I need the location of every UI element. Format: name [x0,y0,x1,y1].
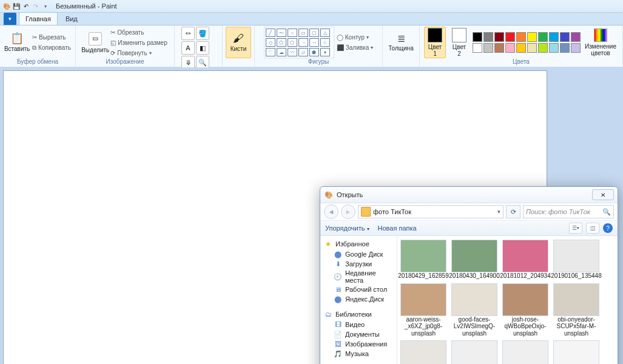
palette-color[interactable] [571,43,581,53]
ribbon: 📋 Вставить ✂Вырезать ⧉Копировать Буфер о… [0,25,623,67]
file-item[interactable]: Screenshot_20210 [553,340,600,364]
file-item[interactable]: josh-rose-qWBoBpeOxjo-unsplash [502,283,549,337]
chevron-down-icon[interactable]: ▾ [497,209,500,215]
rotate-button[interactable]: ⟳Повернуть ▾ [110,48,167,58]
breadcrumb: фото ТикТок [373,208,495,215]
nav-favorite-item[interactable]: 🖥Рабочий стол [320,285,397,294]
palette-color[interactable] [473,32,482,42]
palette-color[interactable] [560,32,570,42]
palette-color[interactable] [505,32,515,42]
address-bar[interactable]: фото ТикТок ▾ [358,205,503,218]
nav-library-item[interactable]: 🎵Музыка [320,349,397,359]
crop-icon: ✂ [110,29,115,36]
palette-color[interactable] [505,43,515,53]
palette-color[interactable] [516,43,526,53]
color2-button[interactable]: Цвет 2 [448,27,470,58]
palette-color[interactable] [483,32,493,42]
palette-color[interactable] [494,43,504,53]
file-item[interactable]: aaron-weiss-_x6XZ_jp0g8-unsplash [400,283,447,337]
file-menu[interactable]: ▾ [4,13,16,25]
color1-swatch [428,28,442,42]
shape-outline[interactable]: ◯Контур ▾ [337,33,374,42]
file-item[interactable]: obi-onyeador-SCUPx5far-M-unsplash [553,283,600,337]
nav-library-item[interactable]: 📄Документы [320,329,397,339]
palette-color[interactable] [527,32,537,42]
nav-favorite-item[interactable]: ⬤Google Диск [320,249,397,259]
palette-color[interactable] [549,43,559,53]
libraries-header[interactable]: 🗂Библиотеки [320,309,397,320]
file-item[interactable]: Screenshot_20210 [451,340,498,364]
select-button[interactable]: ▭ Выделить [83,27,108,58]
file-name: 20180430_164900 [449,272,499,280]
palette-color[interactable] [483,43,493,53]
palette-color[interactable] [538,43,548,53]
view-options-button[interactable]: ☰ ▾ [569,223,582,234]
palette-color[interactable] [549,32,559,42]
refresh-button[interactable]: ⟳ [506,205,520,218]
dialog-navbar: ◄ ► фото ТикТок ▾ ⟳ Поиск: фото ТикТок 🔍 [320,203,618,221]
files-pane[interactable]: 20180429_16285920180430_16490020181012_2… [397,236,618,364]
crop-button[interactable]: ✂Обрезать [110,27,167,37]
tab-home[interactable]: Главная [19,12,58,25]
file-item[interactable]: 20180429_162859 [400,240,447,280]
nav-library-item[interactable]: 🖼Изображения [320,339,397,349]
nav-favorite-item[interactable]: ⬇Загрузки [320,259,397,269]
group-shapes: ╱〜○▭▢△ ◇⬠⬡→↔☆ ♡☁〰▱⬟▾ ◯Контур ▾ ⬛Заливка … [255,25,383,67]
fill-tool[interactable]: 🪣 [196,27,209,40]
organize-menu[interactable]: Упорядочить ▾ [325,224,369,232]
new-folder-button[interactable]: Новая папка [378,224,417,232]
file-item[interactable]: 20181012_204934 [502,240,549,280]
file-item[interactable]: Screenshot_20210 [502,340,549,364]
brushes-button[interactable]: 🖌 Кисти [226,27,251,58]
nav-item-icon: 🖼 [334,340,342,348]
file-item[interactable]: 20190106_135448 [553,240,600,280]
tab-view[interactable]: Вид [59,12,84,25]
preview-pane-button[interactable]: ◫ [586,223,599,234]
palette-color[interactable] [473,43,482,53]
eraser-tool[interactable]: ◧ [196,41,209,55]
group-tools: ✏ 🪣 A ◧ ⤋ 🔍 Инструменты [175,25,223,67]
paste-button[interactable]: 📋 Вставить [4,27,30,58]
pencil-tool[interactable]: ✏ [181,27,195,40]
palette-color[interactable] [516,32,526,42]
file-thumbnail [451,283,497,316]
palette-color[interactable] [527,43,537,53]
dialog-close-button[interactable]: ✕ [592,189,614,200]
help-icon[interactable]: ? [603,223,613,233]
save-icon[interactable]: 💾 [12,2,21,10]
size-button[interactable]: ≣ Толщина [388,27,414,58]
qat-dropdown-icon[interactable]: ▾ [41,2,50,10]
favorites-header[interactable]: ★Избранное [320,238,397,249]
back-button[interactable]: ◄ [324,204,338,219]
file-item[interactable]: good-faces-Lv2IWSImegQ-unsplash [451,283,498,337]
shapes-gallery[interactable]: ╱〜○▭▢△ ◇⬠⬡→↔☆ ♡☁〰▱⬟▾ [264,27,334,58]
palette-color[interactable] [494,32,504,42]
undo-icon[interactable]: ↶ [22,2,30,10]
nav-library-item[interactable]: 🎞Видео [320,320,397,329]
forward-button[interactable]: ► [341,204,355,219]
window-title: Безымянный - Paint [56,2,117,10]
nav-favorite-item[interactable]: 🕘Недавние места [320,269,397,285]
outline-icon: ◯ [337,34,343,41]
fill-icon: ⬛ [337,44,344,51]
text-tool[interactable]: A [181,41,195,55]
file-thumbnail [553,283,599,316]
color1-button[interactable]: Цвет 1 [424,27,446,58]
quick-access-toolbar: 🎨 💾 ↶ ↷ ▾ [2,2,50,10]
group-colors: Цвет 1 Цвет 2 Изменение цветов Цвета [420,25,623,67]
window-titlebar: 🎨 💾 ↶ ↷ ▾ Безымянный - Paint [0,0,623,13]
color2-swatch [452,28,466,42]
palette-color[interactable] [538,32,548,42]
redo-icon[interactable]: ↷ [32,2,40,10]
file-thumbnail [553,340,599,364]
nav-favorite-item[interactable]: ⬤Яндекс.Диск [320,294,397,304]
palette-color[interactable] [560,43,570,53]
group-brushes: 🖌 Кисти [223,25,255,67]
file-item[interactable]: olivier-bergeron- [400,340,447,364]
palette-color[interactable] [571,32,581,42]
resize-button[interactable]: ◱Изменить размер [110,38,167,47]
file-thumbnail [553,240,599,272]
edit-colors-button[interactable]: Изменение цветов [583,27,618,58]
search-box[interactable]: Поиск: фото ТикТок 🔍 [523,205,614,218]
file-item[interactable]: 20180430_164900 [451,240,498,280]
